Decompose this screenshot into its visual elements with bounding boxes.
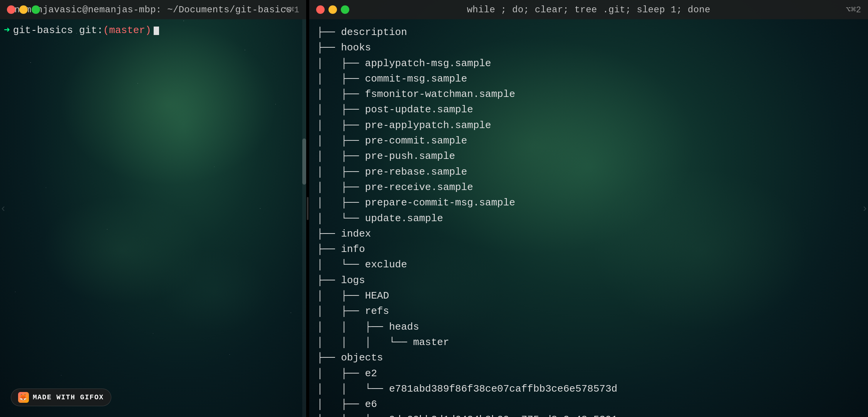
gifox-badge: 🦊 MADE WITH GIFOX	[11, 389, 111, 406]
close-button[interactable]	[7, 5, 15, 14]
left-scrollbar-thumb[interactable]	[302, 138, 306, 185]
prompt-arrow: ➜	[4, 23, 10, 38]
tree-item: │ ├── HEAD	[317, 288, 860, 304]
right-titlebar: while ; do; clear; tree .git; sleep 1; d…	[309, 0, 868, 19]
tree-item: │ ├── commit-msg.sample	[317, 71, 860, 87]
right-traffic-lights	[316, 5, 349, 14]
tree-item: ├── description	[317, 25, 860, 40]
gifox-icon: 🦊	[18, 392, 29, 403]
left-titlebar: nemanjavasic@nemanjas-mbp: ~/Documents/g…	[0, 0, 306, 19]
tree-item: │ └── update.sample	[317, 211, 860, 226]
right-maximize-button[interactable]	[341, 5, 349, 14]
tree-item: │ │ ├── heads	[317, 319, 860, 335]
tree-item: │ ├── pre-rebase.sample	[317, 164, 860, 180]
tree-item: ├── index	[317, 226, 860, 242]
right-terminal-content: ├── description├── hooks│ ├── applypatch…	[309, 19, 868, 417]
left-background	[0, 0, 306, 417]
right-terminal-panel[interactable]: while ; do; clear; tree .git; sleep 1; d…	[309, 0, 868, 417]
tree-item: │ ├── prepare-commit-msg.sample	[317, 195, 860, 210]
left-shortcut: ⌥⌘1	[284, 5, 299, 15]
prompt-cursor	[154, 27, 159, 35]
left-terminal-panel[interactable]: nemanjavasic@nemanjas-mbp: ~/Documents/g…	[0, 0, 306, 417]
prompt-branch-open: (	[103, 23, 109, 38]
tree-item: │ ├── e2	[317, 366, 860, 381]
left-edge-arrow: ‹	[0, 203, 7, 215]
tree-item: ├── info	[317, 242, 860, 257]
panel-divider	[306, 0, 309, 417]
right-minimize-button[interactable]	[328, 5, 337, 14]
tree-item: ├── hooks	[317, 40, 860, 55]
tree-item: │ ├── refs	[317, 304, 860, 319]
right-edge-arrow: ›	[861, 203, 868, 215]
tree-item: │ ├── e6	[317, 397, 860, 412]
gifox-label: MADE WITH GIFOX	[33, 394, 104, 401]
tree-item: │ ├── fsmonitor-watchman.sample	[317, 87, 860, 102]
tree-item: │ └── exclude	[317, 257, 860, 272]
prompt-branch-close: )	[145, 23, 151, 38]
tree-item: │ ├── pre-push.sample	[317, 148, 860, 164]
divider-handle	[307, 197, 308, 220]
minimize-button[interactable]	[19, 5, 28, 14]
tree-item: │ │ └── e781abd389f86f38ce07caffbb3ce6e5…	[317, 381, 860, 397]
tree-item: │ │ └── 9de29bb2d1d6434b8b29ae775ad8c2e4…	[317, 412, 860, 417]
left-terminal-content: ➜ git-basics git: ( master )	[0, 19, 306, 38]
tree-item: ├── objects	[317, 350, 860, 365]
prompt-line: ➜ git-basics git: ( master )	[4, 23, 298, 38]
maximize-button[interactable]	[32, 5, 40, 14]
tree-item: │ ├── pre-receive.sample	[317, 180, 860, 195]
tree-item: │ ├── pre-applypatch.sample	[317, 118, 860, 133]
prompt-git-word: git:	[79, 23, 103, 38]
right-close-button[interactable]	[316, 5, 325, 14]
tree-item: │ ├── pre-commit.sample	[317, 133, 860, 148]
tree-item: │ │ │ └── master	[317, 335, 860, 350]
right-window-title: while ; do; clear; tree .git; sleep 1; d…	[467, 5, 710, 15]
prompt-directory: git-basics	[13, 23, 73, 38]
left-traffic-lights	[7, 5, 40, 14]
prompt-branch-name: master	[109, 23, 145, 38]
left-scrollbar[interactable]	[302, 19, 306, 417]
tree-item: ├── logs	[317, 273, 860, 288]
prompt-git-label	[73, 23, 79, 38]
tree-item: │ ├── post-update.sample	[317, 102, 860, 117]
tree-item: │ ├── applypatch-msg.sample	[317, 56, 860, 71]
right-shortcut: ⌥⌘2	[846, 5, 861, 15]
left-window-title: nemanjavasic@nemanjas-mbp: ~/Documents/g…	[14, 5, 292, 15]
